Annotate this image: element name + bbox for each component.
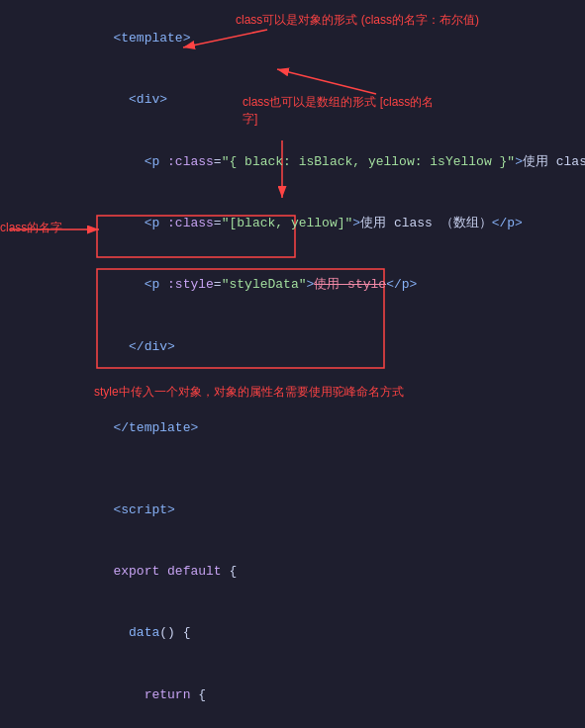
- line-1: <template>: [8, 8, 585, 69]
- line-export: export default {: [8, 541, 585, 602]
- line-script: <script>: [8, 480, 585, 541]
- code-content: <template> <div> <p :class="{ black: isB…: [0, 0, 585, 728]
- line-4: <p :class="[black, yellow]">使用 class （数组…: [8, 193, 585, 254]
- line-data: data() {: [8, 603, 585, 665]
- line-6: </div>: [8, 317, 585, 378]
- line-return: return {: [8, 665, 585, 726]
- line-2: <div>: [8, 69, 585, 131]
- line-5: <p :style="styleData">使用 style</p>: [8, 255, 585, 317]
- line-blank1: [8, 460, 585, 480]
- line-3: <p :class="{ black: isBlack, yellow: isY…: [8, 132, 585, 193]
- code-editor: class可以是对象的形式 (class的名字：布尔值) class也可以是数组…: [0, 0, 585, 728]
- line-8: </template>: [8, 398, 585, 459]
- line-7: [8, 378, 585, 398]
